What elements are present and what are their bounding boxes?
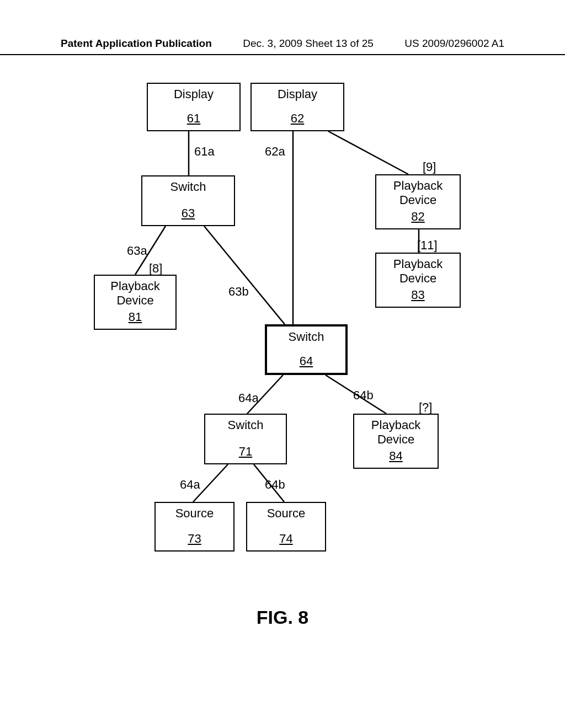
node-ref: 61 [150, 111, 237, 126]
edge-label-63a: 63a [127, 244, 147, 258]
edge-label-61a: 61a [194, 144, 215, 159]
node-label: Switch [269, 330, 343, 344]
node-source-74: Source 74 [246, 502, 326, 552]
edge-label-63b: 63b [228, 285, 249, 299]
page-header: Patent Application Publication Dec. 3, 2… [0, 38, 565, 55]
header-right: US 2009/0296002 A1 [404, 38, 504, 50]
node-label: Playback Device [379, 179, 457, 208]
node-switch-64: Switch 64 [265, 324, 348, 375]
svg-line-2 [328, 131, 408, 174]
node-ref: 73 [158, 532, 231, 546]
node-ref: 64 [269, 354, 343, 368]
node-ref: 74 [249, 532, 323, 546]
node-label: Display [150, 87, 237, 101]
annotation-8: [8] [149, 261, 162, 276]
annotation-q: [?] [419, 400, 432, 415]
edge-label-71a: 64a [180, 478, 200, 492]
header-left: Patent Application Publication [61, 38, 212, 50]
header-center: Dec. 3, 2009 Sheet 13 of 25 [243, 38, 374, 50]
node-source-73: Source 73 [154, 502, 234, 552]
node-ref: 83 [379, 288, 457, 302]
node-display-61: Display 61 [147, 83, 241, 131]
diagram-canvas: Display 61 Display 62 61a 62a [9] Switch… [0, 55, 565, 695]
edge-label-64a: 64a [238, 391, 259, 405]
edge-label-64b: 64b [353, 388, 374, 403]
annotation-9: [9] [423, 160, 436, 174]
node-playback-84: Playback Device 84 [353, 414, 439, 469]
node-ref: 82 [379, 210, 457, 224]
node-label: Playback Device [356, 418, 435, 447]
node-playback-83: Playback Device 83 [375, 253, 461, 308]
node-label: Source [249, 506, 323, 521]
edge-label-71b: 64b [265, 478, 285, 492]
node-ref: 84 [356, 449, 435, 463]
node-ref: 81 [97, 310, 173, 324]
node-ref: 63 [145, 206, 232, 221]
node-playback-81: Playback Device 81 [94, 275, 177, 330]
node-ref: 71 [207, 445, 284, 459]
node-label: Display [254, 87, 341, 101]
svg-line-5 [204, 226, 285, 324]
node-playback-82: Playback Device 82 [375, 174, 461, 229]
node-label: Playback Device [97, 279, 173, 308]
edge-label-62a: 62a [265, 144, 285, 159]
node-label: Playback Device [379, 257, 457, 286]
node-label: Switch [145, 180, 232, 194]
node-label: Source [158, 506, 231, 521]
annotation-11: [11] [417, 238, 438, 253]
node-switch-71: Switch 71 [204, 414, 287, 464]
page: Patent Application Publication Dec. 3, 2… [0, 0, 565, 728]
node-ref: 62 [254, 111, 341, 126]
node-display-62: Display 62 [250, 83, 344, 131]
figure-label: FIG. 8 [257, 607, 308, 628]
node-switch-63: Switch 63 [141, 175, 235, 226]
node-label: Switch [207, 418, 284, 432]
